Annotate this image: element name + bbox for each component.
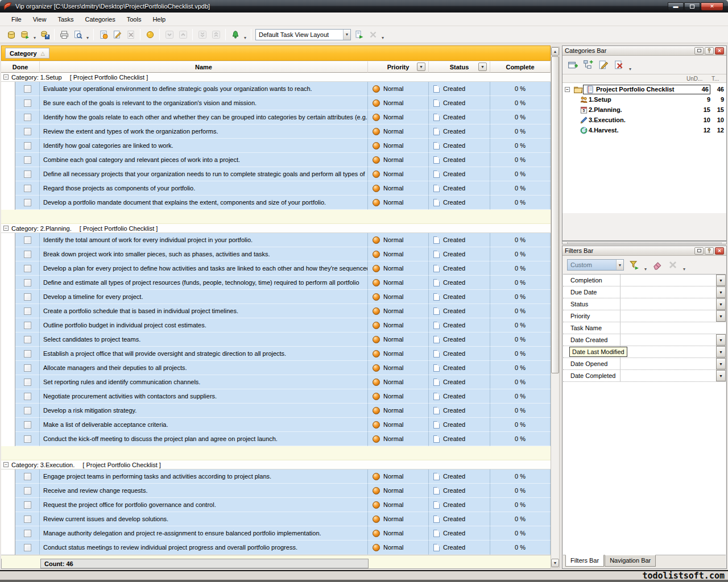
print-button[interactable] [57,28,71,41]
task-checkbox[interactable] [24,530,31,537]
filter-value-field[interactable] [621,334,716,346]
print-preview-button[interactable] [71,28,84,41]
tab-navigation-bar[interactable]: Navigation Bar [605,555,656,567]
task-name-cell[interactable]: Define and estimate all types of project… [40,276,368,290]
filter-value-field[interactable] [621,322,726,334]
task-view-layout-combo[interactable]: Default Task View Layout▼ [255,29,351,40]
filter-value-field[interactable] [621,370,716,381]
task-name-cell[interactable]: Identify how the goals relate to each ot… [40,110,368,124]
task-checkbox[interactable] [24,156,31,164]
filter-dropdown-button[interactable]: ▼ [716,298,726,310]
task-row[interactable]: Request the project office for portfolio… [1,498,551,512]
task-checkbox[interactable] [24,501,31,509]
task-checkbox[interactable] [24,236,31,244]
task-checkbox[interactable] [24,487,31,494]
task-name-cell[interactable]: Select candidates to project teams. [40,332,368,347]
filter-value-field[interactable] [621,275,716,286]
apply-layout-button[interactable] [353,28,366,41]
filter-dropdown-button[interactable]: ▼ [716,310,726,322]
task-row[interactable]: Break down project work into smaller pie… [1,247,551,261]
task-checkbox[interactable] [24,393,31,400]
edit-category-button[interactable] [597,59,610,72]
task-row[interactable]: Conduct status meetings to review indivi… [1,541,551,555]
task-name-cell[interactable]: Identify the total amount of work for ev… [40,233,368,247]
task-row[interactable]: Evaluate your operational environment to… [1,82,551,96]
filters-pin-icon[interactable] [705,247,714,255]
task-checkbox[interactable] [24,199,31,206]
task-row[interactable]: Conduct the kick-off meeting to discuss … [1,432,551,446]
column-header-done[interactable]: Done [1,61,40,73]
column-header-name[interactable]: Name [40,61,368,73]
task-name-cell[interactable]: Combine each goal category and relevant … [40,153,368,167]
category-group-row[interactable]: −Category: 3.Execution.[ Project Portfol… [1,460,551,469]
task-name-cell[interactable]: Negotiate procurement activities with co… [40,389,368,404]
column-header-status[interactable]: Status ▼ [429,61,490,73]
tab-filters-bar[interactable]: Filters Bar [565,555,604,567]
task-name-cell[interactable]: Outline portfolio budget in individual p… [40,318,368,332]
task-checkbox[interactable] [24,171,31,178]
task-row[interactable]: Identify how the goals relate to each ot… [1,110,551,124]
task-checkbox[interactable] [24,473,31,480]
collapse-group-icon[interactable]: − [3,226,9,231]
clear-filter-button[interactable] [651,259,664,272]
task-row[interactable]: Develop a portfolio mandate document tha… [1,196,551,210]
task-name-cell[interactable]: Request the project office for portfolio… [40,498,368,512]
categories-pin-icon[interactable] [705,47,714,55]
delete-category-button[interactable] [612,59,625,72]
task-name-cell[interactable]: Be sure each of the goals is relevant to… [40,96,368,110]
column-header-priority[interactable]: Priority ▼ [368,61,429,73]
new-database-button[interactable] [5,28,18,41]
task-name-cell[interactable]: Review current issues and develop soluti… [40,512,368,526]
task-name-cell[interactable]: Regard those projects as components of y… [40,181,368,196]
minimize-button[interactable]: ▬ [668,2,684,11]
filter-preset-combo[interactable]: Custom▼ [567,259,624,271]
task-name-cell[interactable]: Allocate managers and their deputies to … [40,361,368,375]
task-row[interactable]: Define and estimate all types of project… [1,276,551,290]
task-checkbox[interactable] [24,322,31,329]
filter-value-field[interactable] [621,298,716,310]
task-name-cell[interactable]: Evaluate your operational environment to… [40,82,368,96]
task-name-cell[interactable]: Conduct the kick-off meeting to discuss … [40,432,368,446]
task-checkbox[interactable] [24,142,31,149]
task-checkbox[interactable] [24,251,31,258]
group-by-category-button[interactable]: Category △ [5,48,49,59]
filter-value-field[interactable] [621,310,716,322]
task-checkbox[interactable] [24,99,31,107]
task-row[interactable]: Engage project teams in performing tasks… [1,469,551,484]
add-subcategory-button[interactable] [581,59,594,72]
dropdown-caret-icon[interactable]: ▾ [32,35,38,40]
task-row[interactable]: Receive and review change requests.Norma… [1,484,551,498]
task-checkbox[interactable] [24,544,31,551]
task-name-cell[interactable]: Engage project teams in performing tasks… [40,469,368,484]
task-row[interactable]: Define all necessary projects that your … [1,167,551,181]
task-name-cell[interactable]: Develop a timeline for every project. [40,290,368,304]
categories-restore-button[interactable] [694,47,704,55]
task-row[interactable]: Review the extent and types of work the … [1,124,551,139]
edit-task-button[interactable] [110,28,123,41]
task-name-cell[interactable]: Establish a project office that will pro… [40,347,368,361]
chevron-down-icon[interactable]: ▼ [616,260,623,270]
collapse-tree-icon[interactable]: − [565,87,570,92]
task-name-cell[interactable]: Make a list of deliverable acceptance cr… [40,418,368,432]
task-checkbox[interactable] [24,336,31,343]
complete-task-button[interactable] [143,28,156,41]
category-group-row[interactable]: −Category: 2.Planning.[ Project Portfoli… [1,224,551,233]
task-checkbox[interactable] [24,435,31,443]
dropdown-caret-icon[interactable]: ▾ [242,35,248,40]
close-button[interactable]: ✕ [701,2,723,11]
task-checkbox[interactable] [24,379,31,386]
scroll-down-button[interactable]: ▼ [551,559,559,567]
task-checkbox[interactable] [24,421,31,429]
task-checkbox[interactable] [24,279,31,286]
filters-close-button[interactable]: ✕ [715,247,724,255]
save-database-button[interactable] [38,28,51,41]
task-row[interactable]: Outline portfolio budget in individual p… [1,318,551,332]
priority-filter-button[interactable]: ▼ [417,63,425,71]
categories-close-button[interactable]: ✕ [715,47,724,55]
filter-dropdown-button[interactable]: ▼ [716,334,726,346]
task-row[interactable]: Manage authority delegation and project … [1,526,551,541]
undone-column-header[interactable]: UnD... [686,76,712,82]
task-row[interactable]: Develop a plan for every project to defi… [1,261,551,276]
task-name-cell[interactable]: Set reporting rules and identify communi… [40,375,368,389]
task-row[interactable]: Select candidates to project teams.Norma… [1,332,551,347]
